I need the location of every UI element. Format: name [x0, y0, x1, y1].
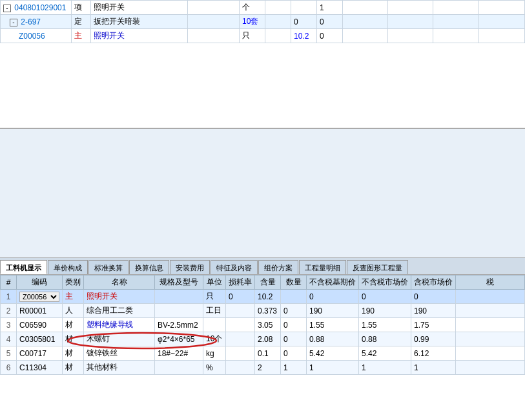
tab-gongchengliang[interactable]: 工程量明细	[299, 260, 346, 274]
row-code: R00001	[17, 304, 63, 318]
row-price1: 1	[307, 361, 359, 375]
table-row[interactable]: Z00056 主 照明开关 只 10.2 0	[1, 29, 525, 43]
row-name: 塑料绝缘导线	[84, 318, 155, 332]
name-cell: 照明开关	[91, 1, 188, 15]
bottom-section: # 编码 类别 名称 规格及型号 单位 损耗率 含量 数量 不含税基期价 不含税…	[0, 275, 525, 420]
row-loss	[226, 361, 255, 375]
row-price2: 5.42	[359, 346, 411, 361]
middle-section	[0, 129, 525, 258]
row-price2: 190	[359, 304, 411, 318]
table-row[interactable]: 5 C00717 材 镀锌铁丝 18#~22# kg 0.1 0 5.42 5.…	[1, 346, 525, 361]
row-code: Z00056	[17, 290, 63, 304]
loss-cell	[265, 29, 291, 43]
code-select[interactable]: Z00056	[19, 292, 59, 302]
row-count: 0	[281, 346, 307, 361]
count-cell: 0	[317, 29, 343, 43]
code-link[interactable]: 040801029001	[14, 3, 66, 12]
row-count: 0	[281, 332, 307, 346]
col-header-code: 编码	[17, 275, 63, 290]
row-loss	[226, 318, 255, 332]
row-unit: %	[203, 361, 226, 375]
qty-cell: 0	[291, 15, 317, 29]
table-row[interactable]: 3 C06590 材 塑料绝缘导线 BV-2.5mm2 3.05 0 1.55 …	[1, 318, 525, 332]
code-cell[interactable]: Z00056	[1, 29, 72, 43]
expand-icon[interactable]: -	[3, 5, 11, 12]
type-cell: 定	[72, 15, 91, 29]
row-type: 材	[63, 361, 84, 375]
col-header-qty: 含量	[255, 275, 281, 290]
row-price2: 0.88	[359, 332, 411, 346]
code-link[interactable]: 2-697	[21, 17, 41, 26]
col-header-name: 名称	[84, 275, 155, 290]
tab-danjia[interactable]: 单价构成	[48, 260, 88, 274]
table-row[interactable]: 6 C11304 材 其他材料 % 2 1 1 1 1	[1, 361, 525, 375]
code-cell[interactable]: - 040801029001	[1, 1, 72, 15]
tab-fanchatu[interactable]: 反查图形工程量	[347, 260, 408, 274]
expand-icon[interactable]: -	[10, 19, 17, 26]
row-price1: 5.42	[307, 346, 359, 361]
table-row[interactable]: - 040801029001 项 照明开关 个 1	[1, 1, 525, 15]
bottom-summary-row[interactable]: 1 Z00056 主 照明开关 只 0 10.2 0 0 0	[1, 290, 525, 304]
col-header-spec: 规格及型号	[155, 275, 203, 290]
extra-cell	[479, 15, 525, 29]
unit-cell: 个	[240, 1, 265, 15]
spec-cell	[188, 15, 240, 29]
extra-cell	[479, 29, 525, 43]
row-price1: 190	[307, 304, 359, 318]
row-unit: 工日	[203, 304, 226, 318]
table-row[interactable]: 2 R00001 人 综合用工二类 工日 0.373 0 190 190 190	[1, 304, 525, 318]
tab-gongliangji[interactable]: 工料机显示	[0, 260, 47, 274]
row-price3: 6.12	[411, 346, 456, 361]
row-code: C11304	[17, 361, 63, 375]
row-spec: BV-2.5mm2	[155, 318, 203, 332]
row-type: 主	[63, 290, 84, 304]
price2-cell	[388, 1, 433, 15]
row-num: 2	[1, 304, 17, 318]
row-spec: 18#~22#	[155, 346, 203, 361]
row-type: 人	[63, 304, 84, 318]
col-header-count: 数量	[281, 275, 307, 290]
tab-anzhuang[interactable]: 安装费用	[170, 260, 210, 274]
code-link[interactable]: Z00056	[19, 32, 45, 41]
tab-biaozhun[interactable]: 标准换算	[88, 260, 129, 274]
row-price1: 1.55	[307, 318, 359, 332]
qty-cell	[291, 1, 317, 15]
col-header-price3: 含税市场价	[411, 275, 456, 290]
row-count: 0	[281, 304, 307, 318]
price3-cell	[433, 1, 479, 15]
tab-bar: 工料机显示 单价构成 标准换算 换算信息 安装费用 特征及内容 组价方案 工程量…	[0, 258, 525, 275]
row-code: C0305801	[17, 332, 63, 346]
tab-tezheng[interactable]: 特征及内容	[211, 260, 258, 274]
tab-zujiafangan[interactable]: 组价方案	[258, 260, 298, 274]
row-name: 综合用工二类	[84, 304, 155, 318]
row-type: 材	[63, 332, 84, 346]
row-qty: 3.05	[255, 318, 281, 332]
price3-cell	[433, 29, 479, 43]
row-name: 其他材料	[84, 361, 155, 375]
row-name: 木螺钉	[84, 332, 155, 346]
row-loss: 0	[226, 290, 255, 304]
col-header-price2: 不含税市场价	[359, 275, 411, 290]
row-count: 0	[281, 318, 307, 332]
type-cell: 项	[72, 1, 91, 15]
row-qty: 2	[255, 361, 281, 375]
row-tax	[456, 304, 525, 318]
row-type: 材	[63, 346, 84, 361]
row-name: 镀锌铁丝	[84, 346, 155, 361]
col-header-num: #	[1, 275, 17, 290]
table-row[interactable]: 4 C0305801 材 木螺钉 φ2*4×6*65 10个 2.08 0 0.…	[1, 332, 525, 346]
row-code: C00717	[17, 346, 63, 361]
type-cell: 主	[72, 29, 91, 43]
row-qty: 0.1	[255, 346, 281, 361]
price3-cell	[433, 15, 479, 29]
row-unit: kg	[203, 346, 226, 361]
row-tax	[456, 318, 525, 332]
row-price2: 1	[359, 361, 411, 375]
row-spec	[155, 290, 203, 304]
table-row[interactable]: - 2-697 定 扳把开关暗装 10套 0 0	[1, 15, 525, 29]
row-num: 5	[1, 346, 17, 361]
tab-huansuan[interactable]: 换算信息	[129, 260, 169, 274]
bottom-table-header: # 编码 类别 名称 规格及型号 单位 损耗率 含量 数量 不含税基期价 不含税…	[1, 275, 525, 290]
code-cell[interactable]: - 2-697	[1, 15, 72, 29]
loss-cell	[265, 1, 291, 15]
